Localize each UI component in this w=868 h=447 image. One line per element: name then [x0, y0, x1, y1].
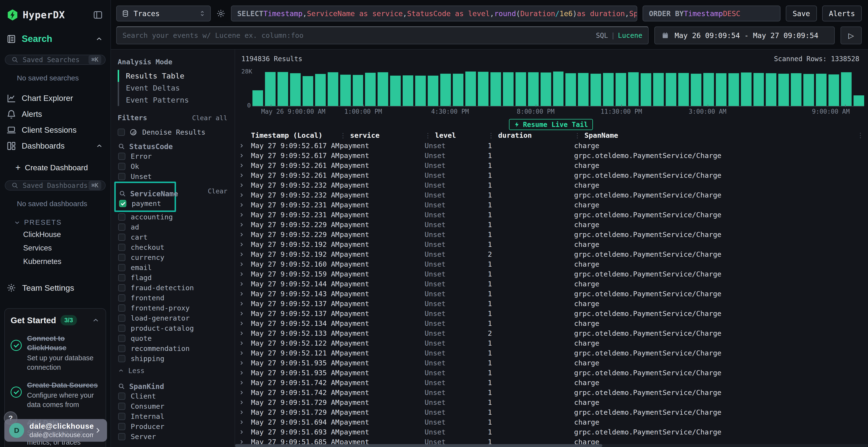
create-dashboard-button[interactable]: + Create Dashboard	[16, 163, 111, 173]
table-row[interactable]: May 27 9:09:52.232 AM payment Unset 1 gr…	[235, 190, 868, 200]
row-expand-chevron-icon[interactable]	[239, 251, 251, 257]
checkbox[interactable]	[118, 224, 125, 231]
checkbox[interactable]	[118, 335, 125, 342]
source-select[interactable]: Traces	[116, 5, 211, 22]
table-row[interactable]: May 27 9:09:52.617 AM payment Unset 1 ch…	[235, 141, 868, 150]
row-expand-chevron-icon[interactable]	[239, 291, 251, 297]
table-row[interactable]: May 27 9:09:51.729 AM payment Unset 1 gr…	[235, 407, 868, 417]
table-row[interactable]: May 27 9:09:52.133 AM payment Unset 2 gr…	[235, 328, 868, 338]
analysis-mode-event-patterns[interactable]: Event Patterns	[119, 94, 227, 106]
row-expand-chevron-icon[interactable]	[239, 143, 251, 149]
checkbox[interactable]	[118, 254, 125, 261]
table-row[interactable]: May 27 9:09:52.121 AM payment Unset 1 gr…	[235, 348, 868, 358]
table-row[interactable]: May 27 9:09:52.231 AM payment Unset 1 gr…	[235, 210, 868, 220]
checkbox[interactable]	[118, 423, 125, 430]
row-expand-chevron-icon[interactable]	[239, 261, 251, 267]
checkbox[interactable]	[118, 163, 125, 170]
row-expand-chevron-icon[interactable]	[239, 232, 251, 238]
table-row[interactable]: May 27 9:09:51.742 AM payment Unset 1 ch…	[235, 378, 868, 387]
sidebar-item-chart-explorer[interactable]: Chart Explorer	[0, 90, 111, 106]
row-expand-chevron-icon[interactable]	[239, 241, 251, 248]
row-expand-chevron-icon[interactable]	[239, 350, 251, 356]
checkbox[interactable]	[118, 345, 125, 352]
sidebar-item-team-settings[interactable]: Team Settings	[0, 283, 111, 293]
checkbox[interactable]	[118, 264, 125, 271]
table-row[interactable]: May 27 9:09:52.232 AM payment Unset 1 ch…	[235, 180, 868, 190]
filter-option-Internal[interactable]: Internal	[118, 411, 227, 421]
checkbox[interactable]	[118, 355, 125, 362]
checkbox[interactable]	[118, 403, 125, 410]
filter-option-shipping[interactable]: shipping	[118, 353, 227, 364]
filter-option-load-generator[interactable]: load-generator	[118, 313, 227, 323]
date-range-picker[interactable]: May 26 09:09:54 - May 27 09:09:54	[654, 27, 835, 44]
column-grip-icon[interactable]: ⋮	[340, 132, 346, 139]
row-expand-chevron-icon[interactable]	[239, 370, 251, 376]
get-started-item[interactable]: Create Data Sources Configure where your…	[10, 380, 100, 409]
user-menu[interactable]: D dale@clickhouse.com dale@clickhouse.co…	[4, 419, 107, 442]
checkbox[interactable]	[118, 234, 125, 241]
filter-option-Client[interactable]: Client	[118, 391, 227, 401]
row-expand-chevron-icon[interactable]	[239, 281, 251, 287]
table-row[interactable]: May 27 9:09:52.137 AM payment Unset 1 ch…	[235, 299, 868, 309]
checkbox[interactable]	[118, 244, 125, 251]
table-row[interactable]: May 27 9:09:52.137 AM payment Unset 1 gr…	[235, 309, 868, 318]
clear-filter-button[interactable]: Clear	[208, 187, 227, 195]
row-expand-chevron-icon[interactable]	[239, 340, 251, 346]
checkbox[interactable]	[118, 284, 125, 291]
resume-live-tail-button[interactable]: Resume Live Tail	[509, 119, 593, 130]
row-expand-chevron-icon[interactable]	[239, 202, 251, 208]
filter-option-Consumer[interactable]: Consumer	[118, 401, 227, 411]
column-grip-icon[interactable]: ⋮	[488, 132, 494, 139]
analysis-mode-event-deltas[interactable]: Event Deltas	[119, 82, 227, 94]
table-row[interactable]: May 27 9:09:52.261 AM payment Unset 1 gr…	[235, 170, 868, 180]
row-expand-chevron-icon[interactable]	[239, 212, 251, 218]
filter-option-product-catalog[interactable]: product-catalog	[118, 323, 227, 333]
sidebar-item-search[interactable]: Search	[6, 34, 103, 44]
filter-option-payment[interactable]: payment	[119, 199, 175, 209]
row-expand-chevron-icon[interactable]	[239, 360, 251, 366]
column-header-duration[interactable]: ⋮duration	[488, 131, 574, 139]
denoise-results-checkbox[interactable]: Denoise Results	[118, 128, 227, 136]
row-expand-chevron-icon[interactable]	[239, 271, 251, 277]
row-expand-chevron-icon[interactable]	[239, 389, 251, 396]
checkbox[interactable]	[118, 294, 125, 302]
row-expand-chevron-icon[interactable]	[239, 182, 251, 188]
column-header-timestamp-local-[interactable]: Timestamp (Local)	[251, 131, 340, 139]
checkbox[interactable]	[118, 173, 125, 180]
checkbox[interactable]	[118, 304, 125, 312]
row-expand-chevron-icon[interactable]	[239, 419, 251, 425]
sidebar-item-alerts[interactable]: Alerts	[0, 106, 111, 122]
table-row[interactable]: May 27 9:09:52.122 AM payment Unset 1 ch…	[235, 338, 868, 348]
preset-item-services[interactable]: Services	[23, 244, 111, 253]
table-row[interactable]: May 27 9:09:52.229 AM payment Unset 1 gr…	[235, 230, 868, 239]
filter-option-accounting[interactable]: accounting	[118, 212, 227, 222]
sql-select-editor[interactable]: SELECT Timestamp, ServiceName as service…	[231, 5, 637, 22]
row-expand-chevron-icon[interactable]	[239, 399, 251, 406]
checkbox[interactable]	[118, 325, 125, 332]
row-expand-chevron-icon[interactable]	[239, 221, 251, 228]
table-row[interactable]: May 27 9:09:51.935 AM payment Unset 1 ch…	[235, 358, 868, 368]
table-row[interactable]: May 27 9:09:51.935 AM payment Unset 1 gr…	[235, 368, 868, 378]
filter-option-email[interactable]: email	[118, 263, 227, 273]
checkbox[interactable]	[118, 392, 125, 400]
table-row[interactable]: May 27 9:09:52.159 AM payment Unset 1 gr…	[235, 269, 868, 279]
filter-option-frontend[interactable]: frontend	[118, 293, 227, 303]
column-grip-icon[interactable]: ⋮	[574, 132, 581, 139]
table-row[interactable]: May 27 9:09:52.144 AM payment Unset 1 ch…	[235, 279, 868, 289]
table-row[interactable]: May 27 9:09:52.617 AM payment Unset 1 gr…	[235, 150, 868, 161]
source-settings-gear-icon[interactable]	[216, 9, 226, 18]
table-row[interactable]: May 27 9:09:52.229 AM payment Unset 1 ch…	[235, 220, 868, 230]
filter-option-quote[interactable]: quote	[118, 333, 227, 343]
presets-toggle[interactable]: PRESETS	[13, 218, 111, 227]
row-expand-chevron-icon[interactable]	[239, 162, 251, 169]
row-expand-chevron-icon[interactable]	[239, 192, 251, 198]
row-expand-chevron-icon[interactable]	[239, 409, 251, 415]
sql-orderby-editor[interactable]: ORDER BY Timestamp DESC	[643, 5, 780, 22]
row-expand-chevron-icon[interactable]	[239, 330, 251, 337]
filter-option-flagd[interactable]: flagd	[118, 273, 227, 283]
sidebar-item-dashboards[interactable]: Dashboards	[0, 138, 111, 154]
filter-option-Ok[interactable]: Ok	[118, 161, 227, 171]
checkbox[interactable]	[118, 153, 125, 160]
row-expand-chevron-icon[interactable]	[239, 429, 251, 435]
column-grip-icon[interactable]: ⋮	[857, 130, 864, 141]
